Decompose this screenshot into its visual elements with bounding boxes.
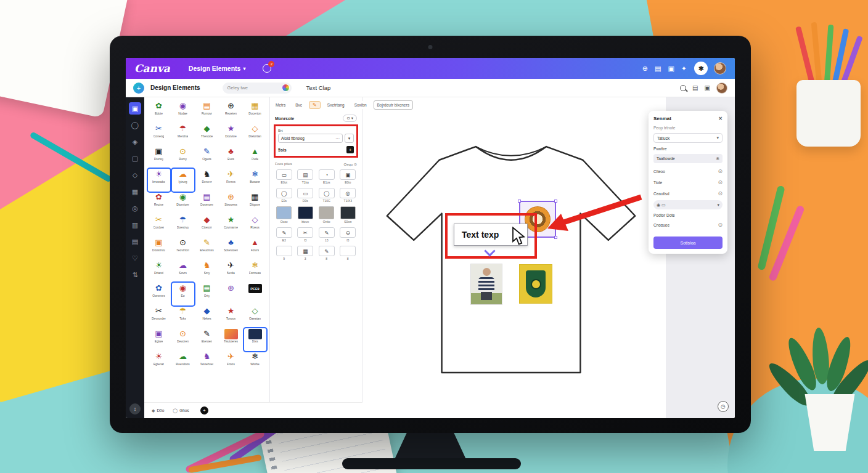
tool-button[interactable]: ◯T10G [319,188,335,203]
sidebar-item-elements[interactable]: ▣ [129,102,141,115]
search-icon[interactable] [680,85,686,91]
crest-logo-image[interactable] [519,264,552,304]
element-item[interactable]: ✎Ereuomss [196,237,218,260]
sidebar-item-cells[interactable]: ▥ [129,219,141,231]
element-item[interactable]: ✂Coneog [148,123,170,146]
element-item[interactable]: ♞Smy [196,260,218,283]
footer-item[interactable]: ◆D0o [152,408,164,413]
element-item[interactable]: ★Covmarne [220,214,242,237]
tool-button[interactable]: ⊖f3 [340,227,356,242]
footer-item[interactable]: ◯Ghos [173,408,189,413]
element-item[interactable]: ✈5erda [220,260,242,283]
element-item[interactable]: ◆Nekes [196,305,218,328]
tab-5[interactable]: Bojrdeutr blxcners [374,100,413,110]
element-item[interactable]: ◇Oaeatan [244,305,266,328]
more-icon[interactable]: ⋯ [335,136,340,141]
element-item[interactable]: ✂Cordver [148,214,170,237]
sidebar-item-shapes[interactable]: ◯ [129,119,141,131]
element-item[interactable]: ▲Ovde [244,146,266,169]
create-button[interactable]: + [133,83,144,94]
element-item[interactable]: ☂Merdna [172,123,194,146]
element-item[interactable]: ▤Rumovr [196,100,218,123]
tool-button[interactable]: ▣E0io [340,169,356,184]
sidebar-item-grid[interactable]: ▦ [129,185,141,198]
selection-handle[interactable] [554,236,557,239]
element-item[interactable]: ☀Itrrosrabe [148,169,170,192]
element-item[interactable]: ◉Nodae [172,100,194,123]
element-item[interactable]: ✈Rerres [220,169,242,192]
inspector-option[interactable]: Clteoo⊙ [653,167,723,176]
search-input[interactable]: Geley twe [223,83,292,94]
element-item[interactable]: ✿Edote [148,100,170,123]
tab-1[interactable]: Bvc [292,101,305,109]
element-item[interactable]: ♣Soterooen [220,237,242,260]
tool-button[interactable]: ▦3 [297,246,313,261]
sidebar-item-search[interactable]: ◎ [129,202,141,214]
selection-handle[interactable] [518,200,521,203]
element-item[interactable]: ◇Roeus [244,214,266,237]
element-item[interactable]: ▣Diurwy [148,146,170,169]
inspector-option[interactable]: Cnosuee⊙ [653,220,723,229]
element-item[interactable]: ◆Ctterorr [196,214,218,237]
element-item[interactable]: ✎Eteroen [196,328,218,351]
text-field[interactable]: Alold ttbroiog ⋯ [278,134,343,143]
tool-button[interactable]: ◔E1os [319,169,335,184]
apply-button[interactable]: Sotisloa [653,236,723,249]
element-item[interactable]: ★Tosvos [220,305,242,328]
add-circle-icon[interactable]: ⊕ [642,65,648,73]
element-item[interactable]: ☁Rvendoos [172,351,194,374]
notes-icon[interactable]: ▤ [692,84,698,91]
tool-button[interactable]: ▭E0ot [276,169,292,184]
inspector-pill[interactable]: Taattowde❄ [653,154,723,163]
tshirt-drawing[interactable] [379,138,644,381]
sidebar-item-transfer[interactable]: ⇅ [129,269,141,281]
element-item[interactable]: ⊕ [220,283,242,305]
inspector-option[interactable]: Tiote⊙ [653,178,723,187]
element-item[interactable]: ▣Egtwe [148,328,170,351]
element-item[interactable]: ◇Dtetortan [244,123,266,146]
clock-icon[interactable]: ◷ [718,401,729,412]
element-item[interactable]: ❄Forrceas [244,260,266,283]
section-right-label[interactable]: Oeqo ⊙ [344,162,357,166]
element-item[interactable]: ✂Devvorder [148,305,170,328]
sidebar-item-brand[interactable]: ◇ [129,169,141,181]
element-item[interactable]: ▣Doostrstu [148,237,170,260]
tool-button[interactable]: ◯E0s [276,188,292,203]
element-item[interactable]: ☀Drtand [148,260,170,283]
image-icon[interactable]: ▣ [705,84,710,91]
panel-icon[interactable]: ▤ [655,65,661,73]
tool-button[interactable]: bteve [298,206,313,224]
expand-icon[interactable]: ↕ [129,403,141,414]
element-item[interactable]: ☂Toks [172,305,194,328]
element-item[interactable]: Dtxs [244,328,266,351]
magic-button[interactable]: ✱ [694,62,708,75]
color-swatch-icon[interactable] [282,84,290,92]
element-item[interactable]: ★Doovioe [220,123,242,146]
design-canvas[interactable]: Text texp [362,97,666,418]
tool-button[interactable]: Onite [319,206,334,224]
footer-add-button[interactable]: + [200,406,208,414]
element-item[interactable]: ✿Oonenes [148,283,170,305]
inspector-option[interactable]: Ceaotisd⊙ [653,189,723,198]
field-dropdown-button[interactable]: ▾ [345,134,354,143]
apps-icon[interactable]: ✦ [681,65,687,73]
sidebar-item-documents[interactable]: ▤ [129,235,141,248]
element-item[interactable]: ▦Docerton [244,100,266,123]
element-item[interactable]: ✎Ogeos [196,146,218,169]
sidebar-item-frames[interactable]: ◈ [129,135,141,148]
element-item[interactable]: ⊕Steovess [220,192,242,214]
element-item[interactable]: ❄Bvowor [244,169,266,192]
element-item[interactable]: ⊙Devoren [172,328,194,351]
tool-button[interactable]: ✎13 [319,227,335,242]
element-item[interactable]: ⊙7eovtrton [172,237,194,260]
element-item[interactable]: ▲Fotvrs [244,237,266,260]
design-elements-menu[interactable]: Design Elements ▾ [189,65,246,72]
element-item[interactable]: ♣Evos [220,146,242,169]
selection-handle[interactable] [554,200,557,203]
notification-icon[interactable]: 2 [263,64,271,73]
close-icon[interactable]: ✕ [718,116,723,121]
tool-button[interactable]: 9 [276,246,292,261]
element-item[interactable]: ◆Thesooe [196,123,218,146]
element-item[interactable]: ☁Iytrurg [172,169,194,192]
tool-button[interactable]: ▤T1ka [297,169,313,184]
